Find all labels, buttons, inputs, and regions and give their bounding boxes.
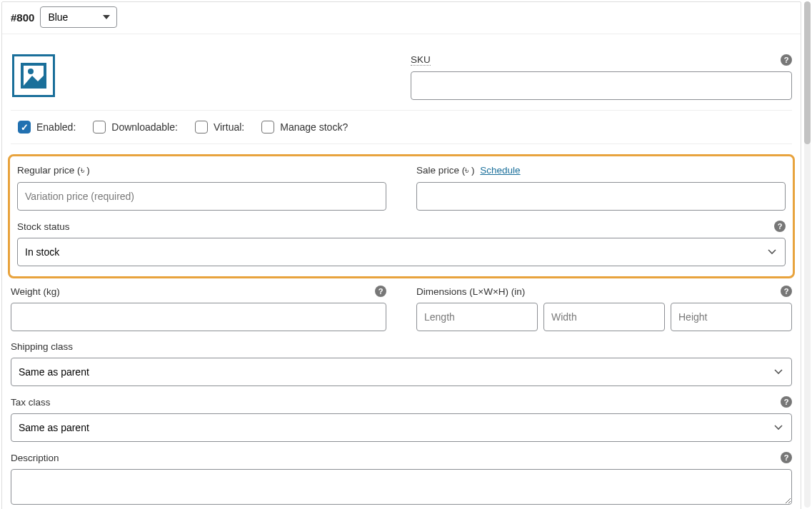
tax-class-select[interactable]: Same as parent — [11, 413, 792, 442]
variation-header: #800 Blue — [2, 2, 801, 34]
stock-status-select[interactable]: In stock — [17, 238, 786, 266]
height-input[interactable] — [671, 303, 792, 331]
enabled-checkbox[interactable]: Enabled: — [18, 121, 76, 133]
tax-class-label: Tax class — [11, 397, 51, 408]
checkbox-icon — [18, 121, 31, 133]
description-textarea[interactable] — [11, 469, 792, 505]
regular-price-label: Regular price (৳ ) — [17, 165, 90, 176]
schedule-link[interactable]: Schedule — [480, 165, 520, 176]
help-icon[interactable]: ? — [375, 286, 386, 297]
virtual-checkbox[interactable]: Virtual: — [195, 121, 244, 133]
help-icon[interactable]: ? — [781, 286, 792, 297]
image-icon — [19, 61, 48, 90]
enabled-label: Enabled: — [36, 121, 76, 133]
stock-status-label: Stock status — [17, 221, 70, 232]
sale-price-input[interactable] — [416, 182, 786, 211]
top-section: SKU ? — [11, 34, 792, 111]
scrollbar-thumb[interactable] — [804, 1, 811, 144]
length-input[interactable] — [416, 303, 538, 331]
sku-input[interactable] — [411, 71, 792, 100]
svg-point-2 — [28, 69, 34, 74]
regular-price-input[interactable] — [17, 182, 386, 211]
help-icon[interactable]: ? — [781, 54, 792, 66]
variation-image-placeholder[interactable] — [12, 54, 55, 97]
manage-stock-checkbox[interactable]: Manage stock? — [261, 121, 348, 133]
help-icon[interactable]: ? — [774, 221, 786, 232]
scrollbar[interactable] — [804, 1, 811, 508]
description-label: Description — [11, 453, 59, 463]
checkbox-icon — [93, 121, 106, 133]
checkbox-icon — [195, 121, 208, 133]
width-input[interactable] — [543, 303, 665, 331]
shipping-class-select[interactable]: Same as parent — [11, 358, 792, 386]
checkbox-row: Enabled: Downloadable: Virtual: Manage s… — [11, 111, 792, 144]
sale-price-label: Sale price (৳ ) — [416, 165, 475, 176]
shipping-class-label: Shipping class — [11, 341, 73, 352]
dimensions-label: Dimensions (L×W×H) (in) — [416, 286, 525, 297]
weight-label: Weight (kg) — [11, 286, 60, 297]
virtual-label: Virtual: — [214, 121, 244, 133]
checkbox-icon — [261, 121, 274, 133]
manage-stock-label: Manage stock? — [280, 121, 348, 133]
help-icon[interactable]: ? — [781, 396, 792, 408]
pricing-highlight: Regular price (৳ ) Sale price (৳ ) Sched… — [8, 154, 795, 278]
sku-label: SKU — [411, 54, 431, 66]
downloadable-label: Downloadable: — [111, 121, 178, 133]
variation-id: #800 — [11, 11, 34, 24]
help-icon[interactable]: ? — [781, 452, 792, 463]
variation-panel: #800 Blue SKU ? — [1, 1, 801, 509]
downloadable-checkbox[interactable]: Downloadable: — [93, 121, 178, 133]
attribute-select-color[interactable]: Blue — [40, 6, 117, 28]
weight-input[interactable] — [11, 303, 386, 331]
